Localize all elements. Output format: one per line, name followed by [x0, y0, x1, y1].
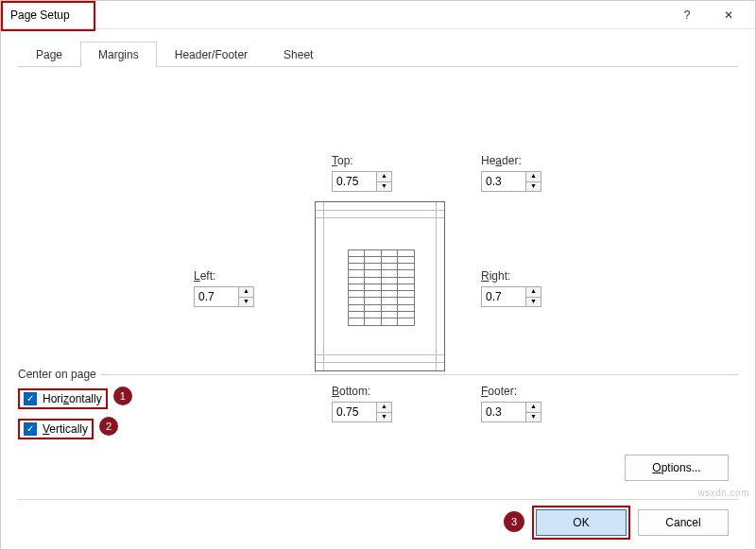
spinner-left-buttons[interactable]: ▲▼ [239, 286, 254, 307]
watermark: wsxdn.com [697, 488, 749, 498]
help-button[interactable]: ? [678, 9, 696, 22]
ok-button[interactable]: OK [536, 509, 627, 536]
dialog-title: Page Setup [7, 8, 74, 23]
spinner-right-buttons[interactable]: ▲▼ [526, 286, 541, 307]
label-top: Top: [332, 154, 353, 167]
close-button[interactable]: ✕ [719, 9, 738, 22]
annotation-badge-3: 3 [504, 511, 524, 532]
content-area: Top: ▲▼ Header: ▲▼ Left: ▲▼ Right: ▲▼ Bo… [1, 67, 755, 77]
tab-header-footer[interactable]: Header/Footer [157, 42, 266, 67]
spinner-header-buttons[interactable]: ▲▼ [526, 171, 541, 192]
chevron-up-icon[interactable]: ▲ [239, 287, 253, 297]
chevron-down-icon[interactable]: ▼ [526, 297, 541, 306]
label-header: Header: [481, 154, 522, 167]
label-left: Left: [194, 269, 215, 283]
spinner-left[interactable]: ▲▼ [194, 286, 254, 307]
spinner-top-buttons[interactable]: ▲▼ [377, 171, 392, 192]
input-left[interactable] [194, 286, 239, 307]
tab-margins[interactable]: Margins [80, 42, 157, 67]
checkbox-horizontally[interactable]: ✓ Horizontally [18, 388, 108, 409]
annotation-badge-2: 2 [99, 417, 118, 436]
cancel-button[interactable]: Cancel [638, 509, 729, 536]
chevron-down-icon[interactable]: ▼ [526, 181, 541, 191]
divider [18, 499, 738, 500]
tab-strip: Page Margins Header/Footer Sheet [18, 41, 738, 67]
tab-page[interactable]: Page [18, 42, 80, 67]
input-right[interactable] [481, 286, 526, 307]
input-top[interactable] [332, 171, 377, 192]
center-on-page-group: Center on page ✓ Horizontally 1 ✓ Vertic… [18, 368, 738, 439]
checkmark-icon: ✓ [24, 392, 37, 405]
chevron-up-icon[interactable]: ▲ [526, 287, 541, 297]
page-preview-grid [348, 249, 414, 325]
spinner-top[interactable]: ▲▼ [332, 171, 392, 192]
center-on-page-label: Center on page [18, 368, 100, 381]
spinner-right[interactable]: ▲▼ [481, 286, 541, 307]
annotation-badge-1: 1 [113, 387, 132, 405]
spinner-header[interactable]: ▲▼ [481, 171, 541, 192]
checkbox-horizontally-label: Horizontally [43, 392, 102, 405]
chevron-down-icon[interactable]: ▼ [377, 181, 391, 191]
window-controls: ? ✕ [678, 9, 749, 22]
chevron-up-icon[interactable]: ▲ [526, 172, 541, 181]
label-right: Right: [481, 269, 510, 283]
titlebar: Page Setup ? ✕ [1, 1, 755, 29]
tab-sheet[interactable]: Sheet [266, 42, 331, 67]
checkbox-vertically-label: Vertically [43, 422, 88, 436]
input-header[interactable] [481, 171, 526, 192]
chevron-up-icon[interactable]: ▲ [377, 172, 391, 181]
page-preview [315, 201, 445, 371]
chevron-down-icon[interactable]: ▼ [239, 297, 253, 306]
checkbox-vertically[interactable]: ✓ Vertically [18, 419, 94, 439]
checkmark-icon: ✓ [24, 422, 37, 436]
options-button[interactable]: Options... [625, 455, 729, 481]
